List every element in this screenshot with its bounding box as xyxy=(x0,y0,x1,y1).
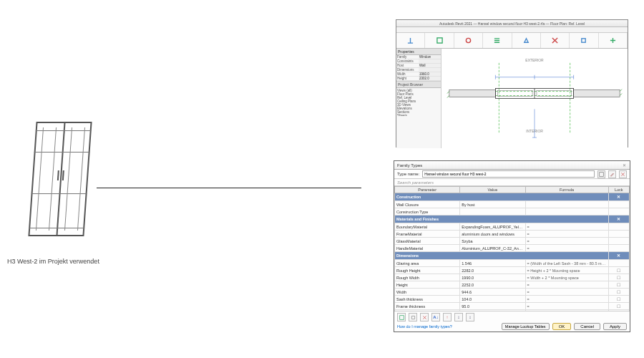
search-parameters[interactable]: Search parameters xyxy=(394,179,630,186)
param-row[interactable]: Width944.6=☐ xyxy=(395,289,630,296)
lookup-tables-button[interactable]: Manage Lookup Tables xyxy=(502,323,550,330)
quick-access-toolbar[interactable] xyxy=(396,27,628,33)
param-lock[interactable]: ☐ xyxy=(608,303,629,310)
param-value[interactable]: ExpandingFoam_ALUPROF_Yellow xyxy=(460,223,525,231)
prop-val[interactable]: Window xyxy=(419,55,441,59)
param-row[interactable]: Frame thickness95.0=☐ xyxy=(395,303,630,310)
param-formula[interactable]: = xyxy=(525,303,608,310)
col-lock[interactable]: Lock xyxy=(608,187,629,193)
cancel-button[interactable]: Cancel xyxy=(574,323,600,330)
delete-type-icon[interactable] xyxy=(619,170,627,178)
param-value[interactable]: 1.546 xyxy=(460,260,525,267)
param-formula[interactable]: = Width + 2 * Mounting space xyxy=(525,274,608,281)
drawing-canvas[interactable]: EXTERIOR INTERIOR xyxy=(441,49,628,148)
param-formula[interactable]: = xyxy=(525,281,608,289)
apply-button[interactable]: Apply xyxy=(603,323,627,330)
ribbon[interactable] xyxy=(396,33,628,49)
param-value[interactable]: 1990.0 xyxy=(460,274,525,281)
prop-val[interactable] xyxy=(419,59,441,63)
param-value[interactable]: 104.0 xyxy=(460,296,525,303)
sort-desc-icon[interactable]: ↑ xyxy=(443,313,452,321)
new-param-icon[interactable] xyxy=(397,313,406,321)
param-lock[interactable] xyxy=(608,208,629,216)
browser-item[interactable]: Sheets xyxy=(397,114,440,116)
param-lock[interactable] xyxy=(608,245,629,252)
prop-val[interactable] xyxy=(419,68,441,72)
help-link[interactable]: How do I manage family types? xyxy=(397,324,452,329)
param-row[interactable]: Rough Height2282.0= Height + 2 * Mountin… xyxy=(395,267,630,274)
param-formula[interactable]: = xyxy=(525,238,608,245)
param-lock[interactable]: ☐ xyxy=(608,281,629,289)
parameters-table: Parameter Value Formula Lock Constructio… xyxy=(394,186,630,311)
param-row[interactable]: BoundaryMaterialExpandingFoam_ALUPROF_Ye… xyxy=(395,223,630,231)
col-value[interactable]: Value xyxy=(460,187,525,193)
delete-param-icon[interactable] xyxy=(420,313,429,321)
prop-val[interactable]: Wall xyxy=(419,64,441,67)
param-formula[interactable]: = xyxy=(525,223,608,231)
move-up-icon[interactable]: ↕ xyxy=(454,313,463,321)
app-titlebar[interactable]: Autodesk Revit 2021 — Hansel window seco… xyxy=(396,20,628,27)
param-lock[interactable]: ☐ xyxy=(608,274,629,281)
parameters-table-wrap[interactable]: Parameter Value Formula Lock Constructio… xyxy=(394,186,630,311)
param-formula[interactable]: = xyxy=(525,231,608,238)
param-row[interactable]: Height2252.0=☐ xyxy=(395,281,630,289)
param-value[interactable]: Aluminium_ALUPROF_C-32_AnodisedChampagne xyxy=(460,245,525,252)
param-row[interactable]: Glazing area1.546= (Width of the Left Sa… xyxy=(395,260,630,267)
dialog-titlebar[interactable]: Family Types ✕ xyxy=(394,161,630,170)
param-value[interactable]: aluminium doors and windows xyxy=(460,231,525,238)
param-lock[interactable]: ☐ xyxy=(608,289,629,296)
param-group-header[interactable]: Materials and Finishes✕ xyxy=(395,216,630,223)
param-row[interactable]: Wall ClosureBy host xyxy=(395,201,630,208)
param-row[interactable]: Construction Type xyxy=(395,208,630,216)
modify-param-icon[interactable] xyxy=(409,313,417,321)
rename-type-icon[interactable] xyxy=(608,170,616,178)
prop-val[interactable]: 2302.0 xyxy=(419,77,441,80)
param-value[interactable]: 944.6 xyxy=(460,289,525,296)
param-group-header[interactable]: Construction✕ xyxy=(395,193,630,201)
param-row[interactable]: HandleMaterialAluminium_ALUPROF_C-32_Ano… xyxy=(395,245,630,252)
param-lock[interactable] xyxy=(608,231,629,238)
param-formula[interactable]: = Height + 2 * Mounting space xyxy=(525,267,608,274)
param-row[interactable]: Rough Width1990.0= Width + 2 * Mounting … xyxy=(395,274,630,281)
close-icon[interactable]: ✕ xyxy=(621,163,627,168)
param-value[interactable]: Szyba xyxy=(460,238,525,245)
param-lock[interactable]: ☐ xyxy=(608,267,629,274)
project-browser[interactable]: Project Browser Views (all) Floor Plans … xyxy=(396,81,441,116)
move-down-icon[interactable]: ↕ xyxy=(466,313,474,321)
ok-button[interactable]: OK xyxy=(552,323,572,330)
param-lock[interactable] xyxy=(608,260,629,267)
param-value[interactable]: 2252.0 xyxy=(460,281,525,289)
param-name: HandleMaterial xyxy=(395,245,460,252)
dialog-title: Family Types xyxy=(397,163,422,168)
type-name-input[interactable] xyxy=(422,170,595,178)
param-value[interactable] xyxy=(460,208,525,216)
param-lock[interactable] xyxy=(608,238,629,245)
svg-rect-0 xyxy=(436,38,441,43)
param-formula[interactable] xyxy=(525,201,608,208)
param-value[interactable]: 2282.0 xyxy=(460,267,525,274)
param-formula[interactable]: = xyxy=(525,296,608,303)
param-lock[interactable] xyxy=(608,201,629,208)
prop-val[interactable]: 1960.0 xyxy=(419,72,441,76)
prop-key: Dimensions xyxy=(396,68,419,72)
param-row[interactable]: Sash thickness104.0=☐ xyxy=(395,296,630,303)
param-name: BoundaryMaterial xyxy=(395,223,460,231)
properties-panel[interactable]: Properties FamilyWindowConstraintsHostWa… xyxy=(396,49,441,148)
col-formula[interactable]: Formula xyxy=(525,187,608,193)
new-type-icon[interactable] xyxy=(597,170,605,178)
search-placeholder: Search parameters xyxy=(397,180,434,185)
param-lock[interactable]: ☐ xyxy=(608,296,629,303)
param-row[interactable]: GlassMaterialSzyba= xyxy=(395,238,630,245)
param-formula[interactable]: = xyxy=(525,289,608,296)
param-value[interactable]: By host xyxy=(460,201,525,208)
col-parameter[interactable]: Parameter xyxy=(395,187,460,193)
param-name: Frame thickness xyxy=(395,303,460,310)
param-value[interactable]: 95.0 xyxy=(460,303,525,310)
param-formula[interactable] xyxy=(525,208,608,216)
param-formula[interactable]: = (Width of the Left Sash - 38 mm - 80.5… xyxy=(525,260,608,267)
param-group-header[interactable]: Dimensions✕ xyxy=(395,252,630,260)
sort-asc-icon[interactable]: A↓ xyxy=(431,313,440,321)
param-row[interactable]: FrameMaterialaluminium doors and windows… xyxy=(395,231,630,238)
param-formula[interactable]: = xyxy=(525,245,608,252)
param-lock[interactable] xyxy=(608,223,629,231)
